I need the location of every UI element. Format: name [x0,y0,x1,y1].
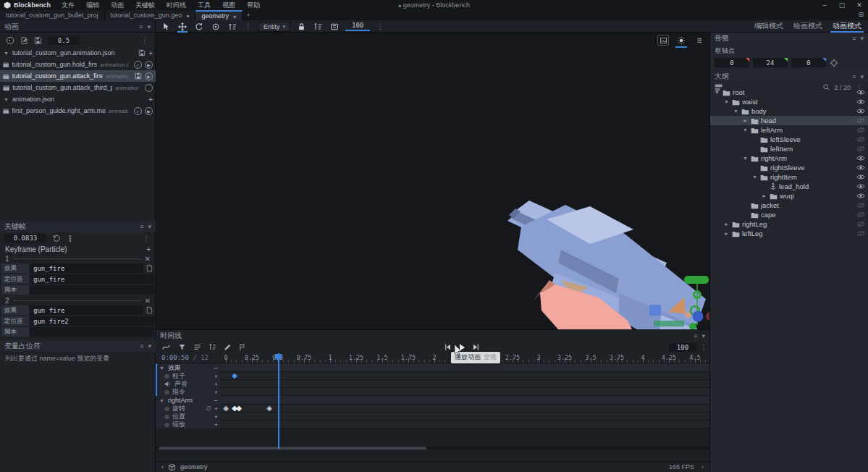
field-input[interactable]: gun fire [30,305,143,315]
outliner-node-waist[interactable]: ▾waist [710,97,868,106]
close-button[interactable]: ✕ [851,0,868,10]
outliner-node-rightSleeve[interactable]: rightSleeve [710,163,868,172]
panel-collapse-icon[interactable]: ▾ [148,223,151,230]
track-lane-旋转[interactable]: ◆◆◆◈ [221,405,709,413]
collapse-icon[interactable]: ▾ [159,397,165,404]
minimize-button[interactable]: – [816,0,833,10]
track-lane-指令[interactable] [221,388,709,396]
pivot-x-input[interactable]: 0 [715,58,749,67]
visibility-off-icon[interactable] [856,202,865,208]
outliner-node-leftItem[interactable]: leftItem [710,144,868,153]
animation-controller-dropdown[interactable]: Entity ▾ [258,22,290,32]
add-effect-button[interactable]: + [146,245,151,253]
keyframe-toggle-icon[interactable]: ◎ [164,405,169,412]
add-keyframe-button[interactable]: + [214,413,218,421]
viewport-3d[interactable]: ≡ [156,33,709,329]
save-file-icon[interactable] [34,36,42,45]
outliner-node-leftSleeve[interactable]: leftSleeve [710,135,868,144]
outliner-node-leftArm[interactable]: ▾leftArm [710,125,868,135]
play-animation-icon[interactable]: ▶ [145,107,153,115]
timeline-kebab-icon[interactable]: ⋮ [700,343,707,351]
outliner-node-jacket[interactable]: jacket [710,201,868,210]
remove-entry-button[interactable]: ✕ [145,255,151,263]
visibility-off-icon[interactable] [856,127,865,133]
animation-file-tutorial_custom_gun.animation.json[interactable]: ▾tutorial_custom_gun.animation.json+ [0,47,156,59]
panel-menu-icon[interactable]: ≡ [140,342,143,350]
pivot-z-input[interactable]: 0 [791,58,826,67]
menu-工具[interactable]: 工具 [193,1,216,10]
visibility-on-icon[interactable] [856,193,865,199]
menu-时间线[interactable]: 时间线 [161,1,191,10]
panel-collapse-icon[interactable]: ▾ [860,73,864,80]
visibility-on-icon[interactable] [856,89,865,96]
screenshot-button[interactable] [657,35,669,46]
list-icon[interactable] [193,343,201,351]
new-tab-button[interactable]: + [243,10,254,20]
panel-menu-icon[interactable]: ≡ [694,332,697,340]
lock-motion-button[interactable] [295,21,307,32]
resize-tool-button[interactable] [227,21,238,32]
menu-视图[interactable]: 视图 [217,1,240,10]
rotate-tool-button[interactable] [193,21,205,32]
visibility-on-icon[interactable] [856,174,865,180]
visibility-on-icon[interactable] [856,155,865,161]
viewport-menu-button[interactable]: ≡ [694,35,705,46]
replay-icon[interactable] [6,36,14,45]
add-keyframe-button[interactable]: + [214,389,218,396]
keyframe-toggle-icon[interactable]: ◎ [164,413,169,420]
select-tool-button[interactable] [160,21,172,32]
collapse-icon[interactable]: ▾ [742,127,749,133]
sort-tracks-icon[interactable] [208,343,216,351]
panel-collapse-icon[interactable]: ▾ [701,332,705,340]
add-keyframe-button[interactable]: + [214,373,218,380]
panel-collapse-icon[interactable]: ▾ [148,342,151,350]
project-tab-tutorial_custom_gun_bullet_proj[interactable]: tutorial_custom_gun_bullet_proj [0,10,105,20]
keyframe-toggle-icon[interactable]: ◎ [164,421,169,428]
visibility-off-icon[interactable] [856,230,865,237]
scrollbar-thumb[interactable] [159,447,426,450]
menu-文件[interactable]: 文件 [56,1,80,10]
remove-group-icon[interactable]: − [214,397,218,405]
outliner-node-body[interactable]: ▾body [710,106,868,116]
pivot-select-icon[interactable] [830,59,838,67]
play-animation-icon[interactable]: ▶ [145,72,153,80]
move-tool-button[interactable] [177,21,188,32]
remove-group-icon[interactable]: − [214,364,218,372]
outliner-node-root[interactable]: ▾root [710,88,868,97]
panel-menu-icon[interactable]: ≡ [852,35,856,42]
maximize-button[interactable]: ▢ [833,0,851,10]
filter-icon[interactable] [178,343,186,351]
collapse-icon[interactable]: ▾ [733,108,739,114]
remove-entry-button[interactable]: ✕ [145,297,151,305]
pivot-y-input[interactable]: 24 [753,58,788,67]
visibility-off-icon[interactable] [856,117,865,124]
reset-keyframe-icon[interactable] [52,234,61,243]
menu-编辑[interactable]: 编辑 [81,1,104,10]
timeline-track-缩放[interactable]: ◎缩放+ [156,421,221,429]
timeline-ruler[interactable]: 0:00:50 / 12 00.250.50.7511.251.51.7522.… [156,353,709,363]
play-animation-icon[interactable] [145,84,153,92]
pivot-tool-button[interactable] [210,21,222,32]
animations-kebab-icon[interactable]: ⋮ [140,37,150,45]
paste-icon[interactable] [146,306,153,314]
menu-帮助[interactable]: 帮助 [242,1,265,10]
pencil-icon[interactable] [224,343,232,351]
toolbar-kebab-icon[interactable]: ⋮ [243,22,253,30]
add-animation-button[interactable]: + [148,49,153,57]
outliner-node-lead_hold[interactable]: lead_hold [710,182,868,191]
outliner-node-leftLeg[interactable]: ▸leftLeg [710,229,868,238]
project-tab-geometry[interactable]: geometry● [195,10,243,20]
visibility-on-icon[interactable] [856,164,865,171]
add-keyframe-button[interactable]: + [214,381,218,388]
animation-file-animation.json[interactable]: ▾animation.json+ [0,93,156,105]
field-input[interactable] [30,327,154,337]
visibility-on-icon[interactable] [856,183,865,190]
animation-item-tutorial_custom_gun.hold_first_person[interactable]: tutorial_custom_gun.hold_first_personani… [0,59,156,70]
keyframe-diamond[interactable]: ◆ [223,405,229,412]
track-lane-粒子[interactable]: ◆ [221,372,709,380]
toolbar-kebab2-icon[interactable]: ⋮ [375,22,385,30]
collapse-icon[interactable]: ▾ [742,155,749,161]
add-keyframe-button[interactable]: + [214,405,218,413]
field-input[interactable] [30,285,154,295]
track-lane-声音[interactable] [221,380,709,388]
